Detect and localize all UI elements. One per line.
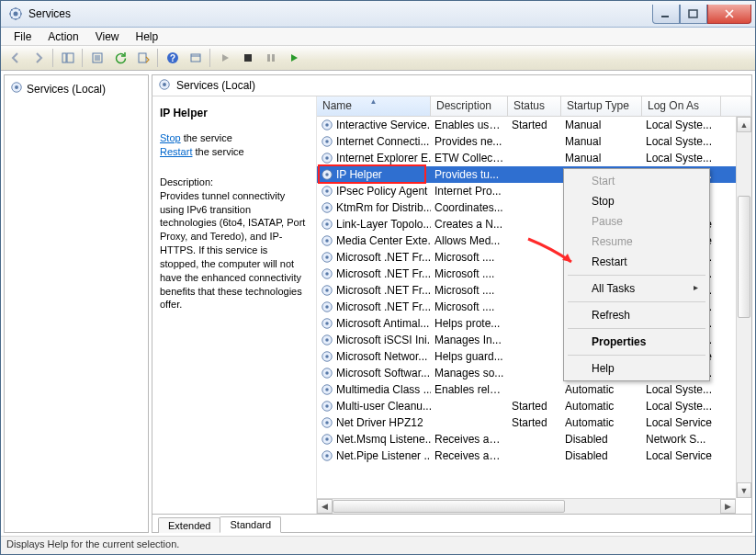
properties-button[interactable] <box>86 48 107 69</box>
toolbar-sep <box>82 49 83 67</box>
scroll-track[interactable] <box>737 132 751 482</box>
stop-service-button[interactable] <box>237 48 258 69</box>
export-list-button[interactable] <box>132 48 153 69</box>
gear-icon <box>10 81 23 96</box>
vertical-scrollbar[interactable]: ▲ ▼ <box>736 117 751 498</box>
svg-point-33 <box>325 206 329 210</box>
toolbar-sep <box>209 49 210 67</box>
scroll-thumb[interactable] <box>333 500 565 513</box>
svg-point-1 <box>14 12 18 17</box>
svg-point-43 <box>325 289 329 292</box>
svg-text:?: ? <box>169 53 175 63</box>
col-name[interactable]: ▲Name <box>317 96 431 116</box>
help-button[interactable]: ? <box>162 48 183 69</box>
toolbar: ? <box>1 46 755 71</box>
tab-extended[interactable]: Extended <box>158 517 220 533</box>
selected-service-name: IP Helper <box>160 106 309 120</box>
svg-rect-15 <box>244 54 252 62</box>
svg-point-27 <box>325 156 329 160</box>
ctx-properties[interactable]: Properties <box>566 332 707 352</box>
col-logon[interactable]: Log On As <box>642 96 721 116</box>
start-service-button[interactable] <box>214 48 235 69</box>
minimize-button[interactable] <box>652 5 680 24</box>
scroll-down-button[interactable]: ▼ <box>737 482 751 498</box>
status-bar: Displays Help for the current selection. <box>1 536 755 554</box>
ctx-sep <box>568 275 705 276</box>
show-hide-tree-button[interactable] <box>57 48 78 69</box>
view-tabs: Extended Standard <box>152 515 752 533</box>
ctx-sep <box>568 355 705 356</box>
table-row[interactable]: Internet Explorer E...ETW Collect...Manu… <box>317 150 751 166</box>
menu-help[interactable]: Help <box>129 28 166 45</box>
svg-rect-16 <box>267 54 270 62</box>
svg-point-41 <box>325 272 329 276</box>
ctx-sep <box>568 328 705 329</box>
maximize-button[interactable] <box>680 5 707 24</box>
svg-rect-4 <box>62 53 66 62</box>
pane-header-title: Services (Local) <box>176 79 255 92</box>
table-row[interactable]: Multimedia Class ...Enables rela...Autom… <box>317 381 751 398</box>
col-startup[interactable]: Startup Type <box>561 96 642 116</box>
restart-service-button[interactable] <box>283 48 304 69</box>
svg-point-57 <box>325 404 329 408</box>
table-row[interactable]: Internet Connecti...Provides ne...Manual… <box>317 133 751 150</box>
table-row[interactable]: Net.Msmq Listene...Receives act...Disabl… <box>317 431 751 447</box>
table-row[interactable]: Multi-user Cleanu...StartedAutomaticLoca… <box>317 398 751 414</box>
scroll-track[interactable] <box>333 499 720 514</box>
description-label: Description: <box>160 176 309 189</box>
menu-bar: File Action View Help <box>1 28 755 46</box>
col-description[interactable]: Description <box>431 96 508 116</box>
description-text: Provides tunnel connectivity using IPv6 … <box>160 189 309 312</box>
refresh-button[interactable] <box>109 48 130 69</box>
pane-body: IP Helper Stop the service Restart the s… <box>152 96 752 515</box>
table-row[interactable]: Interactive Service...Enables use...Star… <box>317 117 751 133</box>
back-button[interactable] <box>5 48 26 69</box>
svg-point-51 <box>325 355 329 358</box>
col-status[interactable]: Status <box>508 96 561 116</box>
ctx-start[interactable]: Start <box>566 171 707 191</box>
close-button[interactable] <box>707 5 751 24</box>
menu-view[interactable]: View <box>88 28 127 45</box>
stop-link[interactable]: Stop <box>160 132 181 143</box>
services-list: ▲Name Description Status Startup Type Lo… <box>316 96 751 514</box>
svg-point-21 <box>163 83 166 86</box>
horizontal-scrollbar[interactable]: ◀ ▶ <box>317 498 736 514</box>
ctx-refresh[interactable]: Refresh <box>566 305 707 325</box>
ctx-restart[interactable]: Restart <box>566 252 707 272</box>
menu-action[interactable]: Action <box>40 28 85 45</box>
tree-node-label: Services (Local) <box>27 83 106 96</box>
svg-point-35 <box>325 222 329 226</box>
toolbar-column-chooser[interactable] <box>185 48 206 69</box>
toolbar-sep <box>52 49 53 67</box>
main-area: Services (Local) Services (Local) IP Hel… <box>1 71 755 536</box>
column-headers: ▲Name Description Status Startup Type Lo… <box>317 96 751 117</box>
scroll-up-button[interactable]: ▲ <box>737 117 751 132</box>
tree-node-services-local[interactable]: Services (Local) <box>6 79 146 98</box>
restart-service-line: Restart the service <box>160 145 309 159</box>
menu-file[interactable]: File <box>6 28 39 45</box>
svg-rect-10 <box>139 53 146 62</box>
ctx-resume[interactable]: Resume <box>566 232 707 252</box>
sort-arrow-icon: ▲ <box>370 97 378 106</box>
ctx-pause[interactable]: Pause <box>566 211 707 232</box>
forward-button[interactable] <box>28 48 49 69</box>
svg-point-55 <box>325 388 329 391</box>
stop-service-line: Stop the service <box>160 131 309 145</box>
restart-link[interactable]: Restart <box>160 146 192 157</box>
pause-service-button[interactable] <box>260 48 281 69</box>
table-row[interactable]: Net.Pipe Listener ...Receives act...Disa… <box>317 447 751 464</box>
svg-point-59 <box>325 421 329 425</box>
ctx-all-tasks[interactable]: All Tasks <box>566 278 707 299</box>
detail-column: IP Helper Stop the service Restart the s… <box>152 96 316 514</box>
svg-rect-5 <box>67 53 73 62</box>
scroll-thumb[interactable] <box>738 196 750 318</box>
svg-point-29 <box>325 173 329 176</box>
scroll-right-button[interactable]: ▶ <box>720 499 736 514</box>
scroll-left-button[interactable]: ◀ <box>317 499 333 514</box>
ctx-help[interactable]: Help <box>566 358 707 379</box>
svg-point-63 <box>325 454 329 458</box>
table-row[interactable]: Net Driver HPZ12StartedAutomaticLocal Se… <box>317 414 751 431</box>
svg-rect-13 <box>191 54 200 62</box>
tab-standard[interactable]: Standard <box>220 516 281 533</box>
ctx-stop[interactable]: Stop <box>566 191 707 211</box>
